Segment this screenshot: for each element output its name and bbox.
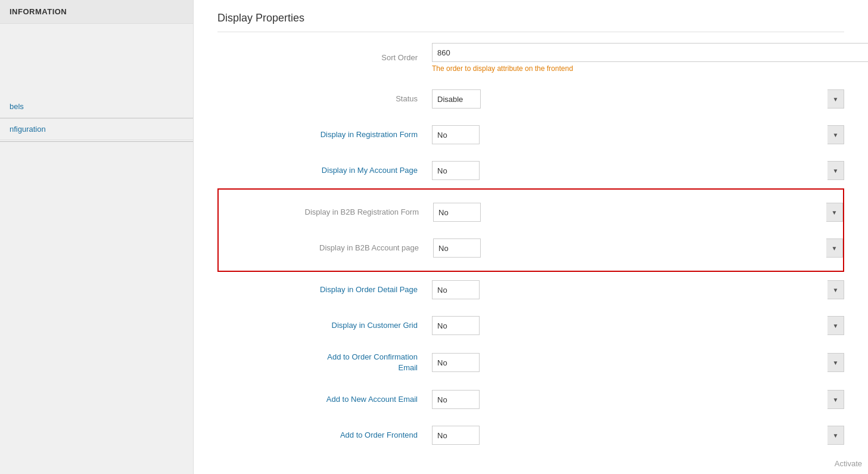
add-order-confirmation-email-select-wrap: No Yes ▼ bbox=[432, 353, 844, 372]
status-control: Disable Enable ▼ bbox=[432, 89, 844, 109]
display-registration-form-row: Display in Registration Form No Yes ▼ bbox=[217, 117, 844, 153]
display-registration-form-arrow: ▼ bbox=[827, 125, 844, 144]
display-registration-form-select-wrap: No Yes ▼ bbox=[432, 125, 844, 144]
display-order-detail-select-wrap: No Yes ▼ bbox=[432, 280, 844, 299]
display-my-account-arrow: ▼ bbox=[827, 161, 844, 180]
sidebar-item-configuration[interactable]: nfiguration bbox=[0, 119, 193, 140]
display-b2b-registration-label: Display in B2B Registration Form bbox=[219, 207, 433, 218]
display-customer-grid-select-wrap: No Yes ▼ bbox=[432, 316, 844, 335]
display-b2b-account-select[interactable]: No Yes bbox=[433, 238, 481, 258]
sidebar-item-labels[interactable]: bels bbox=[0, 95, 193, 118]
add-order-frontend-select[interactable]: No Yes bbox=[432, 426, 480, 445]
display-b2b-registration-select-wrap: No Yes ▼ bbox=[433, 203, 843, 222]
add-order-frontend-row: Add to Order Frontend No Yes ▼ bbox=[217, 417, 844, 453]
status-select-wrap: Disable Enable ▼ bbox=[432, 89, 844, 109]
display-order-detail-label: Display in Order Detail Page bbox=[217, 284, 432, 295]
display-my-account-row: Display in My Account Page No Yes ▼ bbox=[217, 153, 844, 188]
b2b-section-box: Display in B2B Registration Form No Yes … bbox=[217, 188, 844, 272]
display-order-detail-row: Display in Order Detail Page No Yes ▼ bbox=[217, 272, 844, 308]
sidebar-section-information: INFORMATION bbox=[0, 0, 193, 24]
add-new-account-email-select-wrap: No Yes ▼ bbox=[432, 390, 844, 409]
display-b2b-account-select-wrap: No Yes ▼ bbox=[433, 238, 843, 258]
display-customer-grid-control: No Yes ▼ bbox=[432, 316, 844, 335]
display-customer-grid-row: Display in Customer Grid No Yes ▼ bbox=[217, 308, 844, 343]
display-registration-form-label: Display in Registration Form bbox=[217, 129, 432, 140]
sort-order-input[interactable] bbox=[432, 43, 868, 62]
page-title: Display Properties bbox=[217, 12, 844, 32]
sidebar: INFORMATION bels nfiguration bbox=[0, 0, 194, 474]
add-order-frontend-arrow: ▼ bbox=[827, 426, 844, 445]
sort-order-label: Sort Order bbox=[217, 52, 432, 63]
display-b2b-registration-arrow: ▼ bbox=[826, 203, 843, 222]
add-order-confirmation-email-row: Add to Order ConfirmationEmail No Yes ▼ bbox=[217, 343, 844, 382]
main-content: Display Properties Sort Order The order … bbox=[194, 0, 868, 474]
add-new-account-email-select[interactable]: No Yes bbox=[432, 390, 480, 409]
display-customer-grid-arrow: ▼ bbox=[827, 316, 844, 335]
display-b2b-registration-select[interactable]: No Yes bbox=[433, 203, 481, 222]
status-select[interactable]: Disable Enable bbox=[432, 89, 481, 109]
status-label: Status bbox=[217, 94, 432, 104]
display-b2b-account-control: No Yes ▼ bbox=[433, 238, 843, 258]
display-b2b-registration-control: No Yes ▼ bbox=[433, 203, 843, 222]
add-order-frontend-control: No Yes ▼ bbox=[432, 426, 844, 445]
display-b2b-registration-row: Display in B2B Registration Form No Yes … bbox=[219, 194, 843, 230]
sort-order-control: The order to display attribute on the fr… bbox=[432, 43, 868, 73]
add-new-account-email-row: Add to New Account Email No Yes ▼ bbox=[217, 382, 844, 417]
display-customer-grid-label: Display in Customer Grid bbox=[217, 320, 432, 331]
display-my-account-select[interactable]: No Yes bbox=[432, 161, 480, 180]
add-order-confirmation-email-arrow: ▼ bbox=[827, 353, 844, 372]
display-b2b-account-label: Display in B2B Account page bbox=[219, 243, 433, 253]
display-customer-grid-select[interactable]: No Yes bbox=[432, 316, 480, 335]
display-registration-form-select[interactable]: No Yes bbox=[432, 125, 480, 144]
display-my-account-select-wrap: No Yes ▼ bbox=[432, 161, 844, 180]
add-order-confirmation-email-control: No Yes ▼ bbox=[432, 353, 844, 372]
add-order-frontend-label: Add to Order Frontend bbox=[217, 430, 432, 441]
activate-watermark: Activate bbox=[835, 459, 862, 468]
add-new-account-email-label: Add to New Account Email bbox=[217, 394, 432, 405]
display-registration-form-control: No Yes ▼ bbox=[432, 125, 844, 144]
add-order-confirmation-email-select[interactable]: No Yes bbox=[432, 353, 480, 372]
add-new-account-email-control: No Yes ▼ bbox=[432, 390, 844, 409]
display-b2b-account-row: Display in B2B Account page No Yes ▼ bbox=[219, 230, 843, 266]
add-order-confirmation-email-label: Add to Order ConfirmationEmail bbox=[217, 352, 432, 373]
display-my-account-label: Display in My Account Page bbox=[217, 165, 432, 176]
display-b2b-account-arrow: ▼ bbox=[826, 238, 843, 258]
sort-order-row: Sort Order The order to display attribut… bbox=[217, 35, 844, 81]
sort-order-hint: The order to display attribute on the fr… bbox=[432, 64, 868, 73]
display-order-detail-control: No Yes ▼ bbox=[432, 280, 844, 299]
status-select-arrow: ▼ bbox=[827, 89, 844, 109]
add-new-account-email-arrow: ▼ bbox=[827, 390, 844, 409]
add-order-frontend-select-wrap: No Yes ▼ bbox=[432, 426, 844, 445]
status-row: Status Disable Enable ▼ bbox=[217, 81, 844, 117]
display-order-detail-select[interactable]: No Yes bbox=[432, 280, 480, 299]
display-my-account-control: No Yes ▼ bbox=[432, 161, 844, 180]
display-order-detail-arrow: ▼ bbox=[827, 280, 844, 299]
